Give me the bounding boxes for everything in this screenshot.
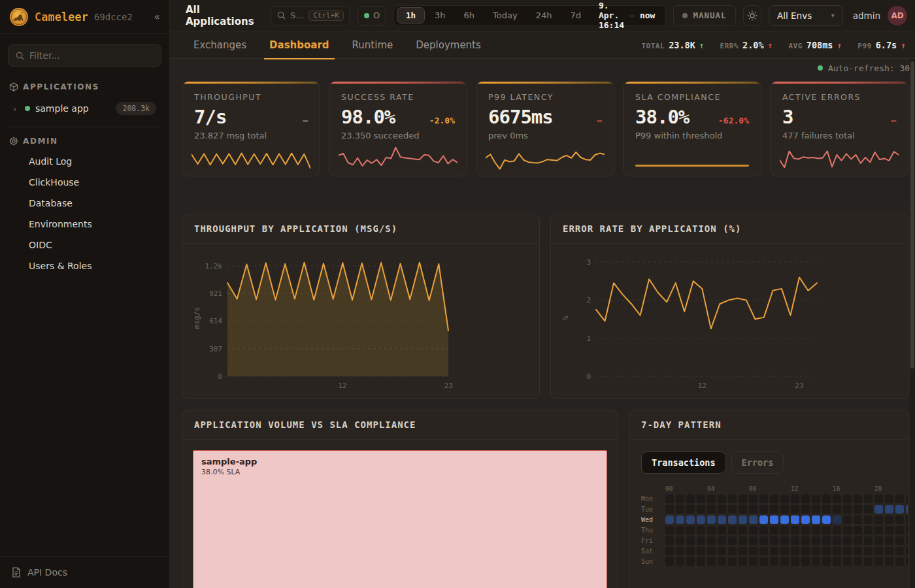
throughput-chart: 1.2k92161430701223 [227,259,448,376]
live-status-button[interactable]: O [358,6,386,25]
shortcut-badge: Ctrl+K [308,10,344,21]
heatmap-cell [759,557,768,566]
heatmap-cell [864,547,873,555]
tab-exchanges[interactable]: Exchanges [193,31,246,59]
range-1h[interactable]: 1h [397,7,425,24]
heatmap-cell [718,526,726,534]
heatmap-cell [854,547,862,555]
sidebar-item-sample-app[interactable]: › sample app 208.3k [8,97,161,120]
heatmap-cell [843,505,852,514]
range-6h[interactable]: 6h [456,8,484,23]
chevron-right-icon[interactable]: › [13,104,20,114]
panel-title: 7-DAY PATTERN [629,410,908,440]
range-3h[interactable]: 3h [426,8,454,23]
heatmap-cell [739,557,747,566]
nav-item-label: Environments [29,219,92,229]
toggle-transactions[interactable]: Transactions [641,451,726,474]
sidebar-item-audit-log[interactable]: Audit Log [8,151,161,172]
bottom-row: APPLICATION VOLUME VS SLA COMPLIANCE sam… [170,410,915,588]
sidebar-item-oidc[interactable]: OIDC [8,235,161,255]
nav-item-label: OIDC [29,240,52,250]
heatmap-cell [874,495,883,503]
heatmap-cell [812,557,820,566]
heatmap-cell [885,495,893,503]
refresh-dot [818,65,823,71]
heatmap-cell [707,547,716,555]
trend-up-icon: ↑ [768,41,773,50]
toggle-errors[interactable]: Errors [731,451,784,474]
heatmap-cell [833,505,841,514]
heatmap-cell [676,515,684,524]
env-select[interactable]: All Envs ▾ [769,5,843,26]
avatar[interactable]: AD [888,6,907,25]
sidebar-item-clickhouse[interactable]: ClickHouse [8,172,161,193]
global-search-button[interactable]: S… Ctrl+K [271,6,350,25]
filter-input[interactable]: Filter... [8,44,161,67]
heatmap-cell [676,557,684,566]
scrollbar-thumb[interactable] [910,61,914,368]
pattern-toggle-group: Transactions Errors [641,451,896,474]
heatmap-cell [885,505,893,514]
heatmap-cell [780,557,789,566]
kpi-value: 7/s [194,106,226,128]
app-window: Cameleer 69dcce2 « Filter... APPLICATION… [0,0,915,588]
tab-label: Runtime [352,39,393,51]
heatmap-cell [885,557,893,566]
x-tick-label: 23 [795,382,803,390]
sidebar-collapse-icon[interactable]: « [154,11,160,23]
theme-toggle-button[interactable] [743,5,761,26]
brand-version: 69dcce2 [94,12,133,22]
tab-deployments[interactable]: Deployments [416,31,481,59]
kpi-delta: – [891,116,896,125]
kpi-label: ACTIVE ERRORS [782,92,896,102]
nav-item-label: ClickHouse [29,177,79,188]
sidebar-item-api-docs[interactable]: API Docs [0,556,169,588]
scrollbar-track[interactable] [910,59,915,588]
kpi-subtitle: 477 failures total [782,131,896,140]
camel-logo-icon [9,7,29,27]
heatmap-cell [801,557,810,566]
dashboard-content: Auto-refresh: 30s THROUGHPUT 7/s – 23.82… [170,59,915,588]
range-24h[interactable]: 24h [527,8,561,23]
range-7d[interactable]: 7d [561,8,590,23]
heatmap-cell [843,557,852,566]
tab-label: Dashboard [269,39,329,51]
tab-runtime[interactable]: Runtime [352,31,393,59]
heatmap-cell [885,526,893,534]
heatmap-cell [697,526,705,534]
heatmap-cell [728,526,737,534]
heatmap-cell [665,526,674,534]
heatmap-cell [843,515,852,524]
y-tick-label: 1 [586,334,591,342]
heatmap-cell [686,495,695,503]
sidebar-item-database[interactable]: Database [8,193,161,214]
heatmap-day-label: Mon [641,495,663,502]
heatmap-cell [749,536,757,545]
treemap-segment-sample-app[interactable]: sample-app 38.0% SLA [193,450,607,588]
tab-dashboard[interactable]: Dashboard [269,31,329,59]
sidebar-item-users-roles[interactable]: Users & Roles [8,255,161,276]
heatmap-cell [676,505,684,514]
range-today[interactable]: Today [484,8,526,23]
heatmap-cell [739,495,747,503]
heatmap-cell [718,515,726,524]
heatmap-cell [833,557,841,566]
kpi-value: 6675ms [488,106,553,128]
heatmap-cell [822,547,831,555]
kpi-subtitle: prev 0ms [488,131,602,140]
heatmap-hour-label: 20 [874,485,882,492]
heatmap-cell [895,515,904,524]
heatmap-cell [707,526,716,534]
heatmap-cell [854,505,862,514]
panel-title: ERROR RATE BY APPLICATION (%) [551,214,908,244]
sidebar-item-environments[interactable]: Environments [8,214,161,235]
heatmap-cell [864,515,873,524]
heatmap-cell [854,526,862,534]
date-range-display[interactable]: 9. Apr. 16:14 – now [591,1,663,30]
heatmap-cell [770,536,778,545]
manual-refresh-button[interactable]: MANUAL [673,5,735,26]
stat-label: TOTAL [642,42,665,50]
heatmap-day-label: Sun [641,558,663,565]
heatmap-cell [833,515,841,524]
heatmap-cell [874,536,883,545]
